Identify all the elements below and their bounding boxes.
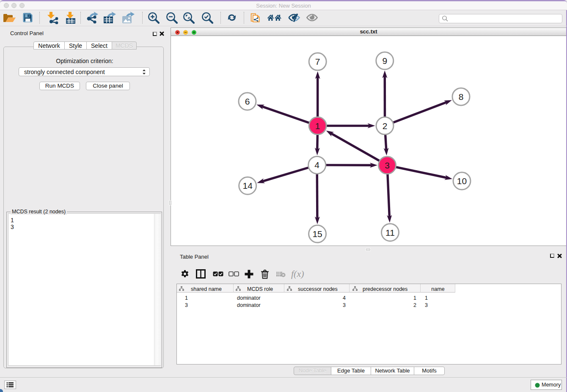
svg-text:4: 4 (314, 160, 319, 170)
svg-text:2: 2 (383, 121, 388, 131)
svg-text:11: 11 (385, 228, 395, 237)
svg-text:7: 7 (315, 57, 320, 66)
svg-text:8: 8 (459, 92, 464, 102)
svg-text:14: 14 (243, 181, 253, 190)
svg-text:15: 15 (312, 229, 322, 239)
svg-text:9: 9 (382, 56, 387, 66)
svg-text:6: 6 (245, 97, 250, 106)
svg-text:3: 3 (385, 160, 390, 170)
svg-text:1: 1 (315, 121, 320, 131)
svg-text:10: 10 (457, 176, 467, 186)
